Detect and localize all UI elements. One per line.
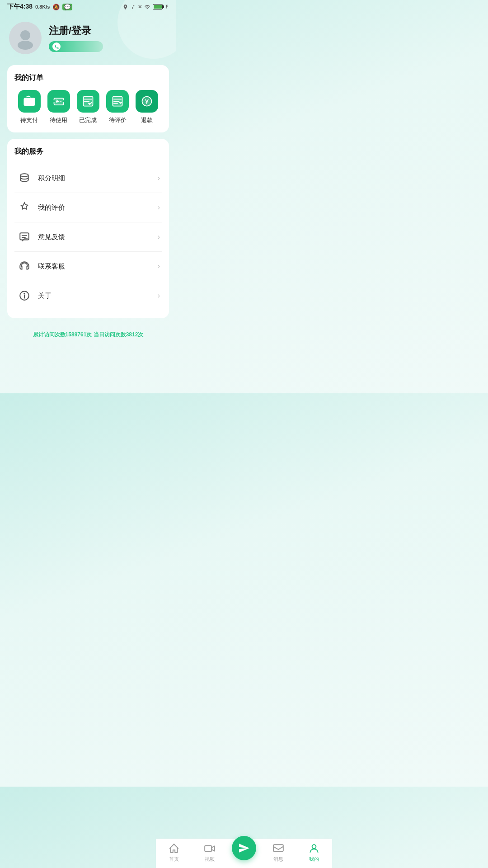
wifi-icon: [144, 4, 151, 10]
order-grid: 待支付 待使用 已完成 待评价 ¥ 退款: [14, 90, 162, 124]
svg-point-15: [24, 293, 25, 294]
completed-icon: [82, 95, 94, 108]
avatar[interactable]: [9, 22, 42, 54]
about-label: 关于: [38, 292, 158, 300]
wechat-icon: 💬: [62, 4, 72, 10]
service-item-feedback[interactable]: 意见反馈 ›: [14, 222, 162, 252]
headset-icon: [16, 258, 33, 274]
service-item-about[interactable]: 关于 ›: [14, 281, 162, 310]
customer-service-label: 联系客服: [38, 262, 158, 271]
stats-unit1: 次: [86, 331, 92, 338]
pending-use-icon-wrap: [47, 90, 70, 113]
profile-title[interactable]: 注册/登录: [49, 24, 103, 38]
phone-icon: [52, 42, 61, 51]
info-icon: [19, 290, 30, 302]
pending-pay-label: 待支付: [20, 116, 38, 124]
service-item-customer-service[interactable]: 联系客服 ›: [14, 252, 162, 281]
order-item-pending-use[interactable]: 待使用: [47, 90, 70, 124]
pending-review-label: 待评价: [109, 116, 127, 124]
refund-icon: ¥: [141, 95, 153, 108]
headset-svg: [19, 260, 30, 272]
location-icon: [122, 4, 128, 10]
svg-point-1: [18, 41, 33, 50]
mute-icon: 🔕: [52, 4, 60, 10]
svg-rect-4: [31, 102, 33, 104]
pending-use-label: 待使用: [50, 116, 67, 124]
ticket-icon: [52, 95, 65, 108]
feedback-icon: [16, 229, 33, 245]
order-item-pending-review[interactable]: 待评价: [106, 90, 129, 124]
stats-unit2: 次: [138, 331, 143, 338]
order-item-refund[interactable]: ¥ 退款: [136, 90, 158, 124]
x-icon: ✕: [138, 4, 142, 10]
points-icon: [16, 170, 33, 186]
status-left: 下午4:38 0.8K/s 🔕 💬: [7, 3, 72, 11]
status-speed: 0.8K/s: [35, 4, 50, 9]
my-review-arrow: ›: [158, 203, 160, 212]
stats-bar: 累计访问次数1589761次 当日访问次数3812次: [0, 325, 176, 348]
orders-card: 我的订单 待支付 待使用 已完成 待评价: [7, 65, 169, 132]
about-arrow: ›: [158, 292, 160, 300]
stats-prefix: 累计访问次数: [33, 331, 66, 338]
order-item-pending-pay[interactable]: 待支付: [18, 90, 41, 124]
phone-badge[interactable]: [49, 41, 103, 52]
svg-point-6: [53, 100, 55, 103]
wallet-icon: [23, 95, 36, 108]
feedback-label: 意见反馈: [38, 233, 158, 241]
about-icon: [16, 288, 33, 304]
status-right: ✕: [122, 4, 169, 10]
status-time: 下午4:38: [7, 3, 33, 11]
service-item-my-review[interactable]: 我的评价 ›: [14, 193, 162, 222]
battery-icon: [153, 4, 163, 9]
svg-text:¥: ¥: [145, 98, 149, 105]
feedback-arrow: ›: [158, 233, 160, 241]
svg-rect-3: [24, 98, 34, 105]
completed-icon-wrap: [77, 90, 99, 113]
completed-label: 已完成: [79, 116, 97, 124]
database-icon: [19, 172, 30, 184]
profile-section: 注册/登录: [0, 13, 176, 65]
today-visits: 3812: [126, 331, 138, 338]
charging-icon: [164, 4, 169, 10]
svg-point-12: [20, 174, 28, 177]
chat-icon: [19, 231, 30, 243]
svg-point-7: [62, 100, 65, 103]
total-visits: 1589761: [66, 331, 87, 338]
review-icon: [111, 95, 124, 108]
services-title: 我的服务: [14, 147, 162, 156]
bluetooth-icon: [130, 4, 136, 10]
badge-icon: [19, 202, 30, 213]
points-detail-label: 积分明细: [38, 174, 158, 183]
status-bar: 下午4:38 0.8K/s 🔕 💬 ✕: [0, 0, 176, 13]
stats-separator: 当日访问次数: [92, 331, 126, 338]
pending-pay-icon-wrap: [18, 90, 41, 113]
profile-info: 注册/登录: [49, 24, 103, 52]
services-card: 我的服务 积分明细 › 我的评价 › 意见反馈 › 联系客服 ›: [7, 139, 169, 318]
avatar-image: [14, 26, 37, 50]
refund-icon-wrap: ¥: [136, 90, 158, 113]
my-review-label: 我的评价: [38, 203, 158, 212]
customer-service-arrow: ›: [158, 262, 160, 270]
service-item-points-detail[interactable]: 积分明细 ›: [14, 164, 162, 193]
my-review-icon: [16, 199, 33, 216]
orders-title: 我的订单: [14, 73, 162, 83]
order-item-completed[interactable]: 已完成: [77, 90, 99, 124]
pending-review-icon-wrap: [106, 90, 129, 113]
points-detail-arrow: ›: [158, 174, 160, 182]
svg-point-0: [20, 30, 30, 40]
refund-label: 退款: [141, 116, 153, 124]
